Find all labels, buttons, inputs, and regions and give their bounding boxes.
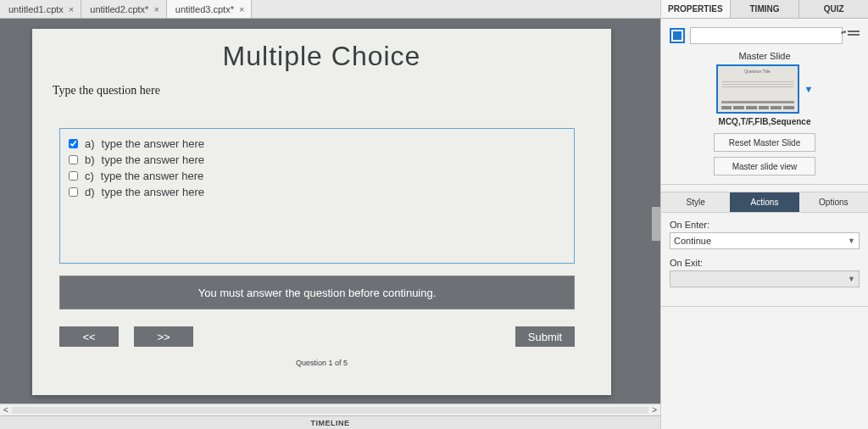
property-sub-tabs: Style Actions Options [661,192,868,213]
question-prompt[interactable]: Type the question here [53,84,584,98]
file-tab-label: untitled3.cptx* [175,4,234,14]
answers-container[interactable]: a) type the answer here b) type the answ… [59,128,575,264]
on-enter-select[interactable]: Continue ▼ [670,232,860,249]
slide-title[interactable]: Multiple Choice [59,41,584,72]
reset-master-button[interactable]: Reset Master Slide [714,133,815,152]
answer-row[interactable]: b) type the answer here [69,152,565,168]
master-slide-label: Master Slide [670,51,860,61]
answer-text[interactable]: type the answer here [102,186,204,198]
master-thumbnail-row: Question Title ▼ [670,64,860,114]
panel-divider [661,306,868,307]
on-exit-select[interactable]: ▼ [670,270,860,287]
sub-tab-actions[interactable]: Actions [730,192,798,212]
answer-checkbox[interactable] [69,155,78,164]
master-thumb-bar [721,101,794,103]
submit-button[interactable]: Submit [515,326,575,347]
vertical-scroll-thumb[interactable] [652,207,660,241]
answer-checkbox[interactable] [69,171,78,181]
answer-text[interactable]: type the answer here [102,153,204,166]
scroll-track[interactable] [12,407,648,414]
next-button[interactable]: >> [134,326,193,347]
file-tabs-bar: untitled1.cptx × untitled2.cptx* × untit… [0,0,660,19]
scroll-left-icon[interactable]: < [3,405,8,415]
sub-tab-options[interactable]: Options [799,192,868,212]
properties-panel: PROPERTIES TIMING QUIZ Master Slide Ques… [661,0,868,429]
scroll-right-icon[interactable]: > [652,405,657,415]
nav-button-row: << >> Submit [59,326,575,347]
panel-tabs: PROPERTIES TIMING QUIZ [661,0,868,19]
tab-timing[interactable]: TIMING [731,0,800,18]
horizontal-scrollbar[interactable]: < > [0,404,660,415]
question-counter: Question 1 of 5 [59,359,584,367]
chevron-down-icon: ▼ [848,275,855,283]
answer-row[interactable]: c) type the answer here [69,168,565,184]
tab-properties[interactable]: PROPERTIES [661,0,731,18]
answer-text[interactable]: type the answer here [101,170,203,182]
answer-checkbox[interactable] [69,139,78,148]
close-icon[interactable]: × [69,4,74,14]
panel-body: Master Slide Question Title ▼ MCQ,T/F,FI… [661,19,868,181]
master-thumb-footer [721,106,794,109]
validation-message-bar[interactable]: You must answer the question before cont… [59,276,575,309]
slide-canvas-area: Multiple Choice Type the question here a… [0,19,660,404]
answer-letter: a) [85,137,95,150]
object-name-input[interactable] [690,27,843,44]
file-tab-2[interactable]: untitled3.cptx* × [167,0,253,18]
quiz-slide[interactable]: Multiple Choice Type the question here a… [32,29,611,395]
answer-letter: c) [85,170,94,182]
master-view-button[interactable]: Master slide view [714,157,815,176]
validation-message-text: You must answer the question before cont… [195,285,440,301]
answer-text[interactable]: type the answer here [102,137,204,150]
main-editor-area: untitled1.cptx × untitled2.cptx* × untit… [0,0,661,429]
object-name-row [670,27,860,44]
file-tab-0[interactable]: untitled1.cptx × [0,0,81,18]
file-tab-label: untitled2.cptx* [90,4,148,14]
object-menu-icon[interactable] [848,31,860,41]
tab-quiz[interactable]: QUIZ [799,0,868,18]
master-dropdown-icon[interactable]: ▼ [804,84,814,94]
file-tab-label: untitled1.cptx [8,4,64,14]
answer-checkbox[interactable] [69,187,78,197]
master-thumb-title: Question Title [721,69,795,74]
on-enter-label: On Enter: [670,220,860,230]
panel-divider [661,184,868,185]
master-slide-name: MCQ,T/F,FIB,Sequence [670,117,860,126]
prev-button[interactable]: << [59,326,119,347]
close-icon[interactable]: × [239,4,244,14]
close-icon[interactable]: × [153,4,159,14]
chevron-down-icon: ▼ [848,237,855,245]
answer-letter: d) [85,186,95,198]
slide-object-icon [670,28,685,43]
master-thumb-lines [722,81,793,89]
actions-events-section: On Enter: Continue ▼ On Exit: ▼ [661,213,868,303]
sub-tab-style[interactable]: Style [661,192,730,212]
master-slide-thumbnail[interactable]: Question Title [716,64,799,114]
answer-letter: b) [85,153,95,166]
file-tab-1[interactable]: untitled2.cptx* × [81,0,167,18]
timeline-panel-header[interactable]: TIMELINE [0,415,660,429]
answer-row[interactable]: a) type the answer here [69,136,565,152]
on-exit-label: On Exit: [670,258,860,268]
answer-row[interactable]: d) type the answer here [69,184,565,200]
on-enter-value: Continue [674,236,711,246]
